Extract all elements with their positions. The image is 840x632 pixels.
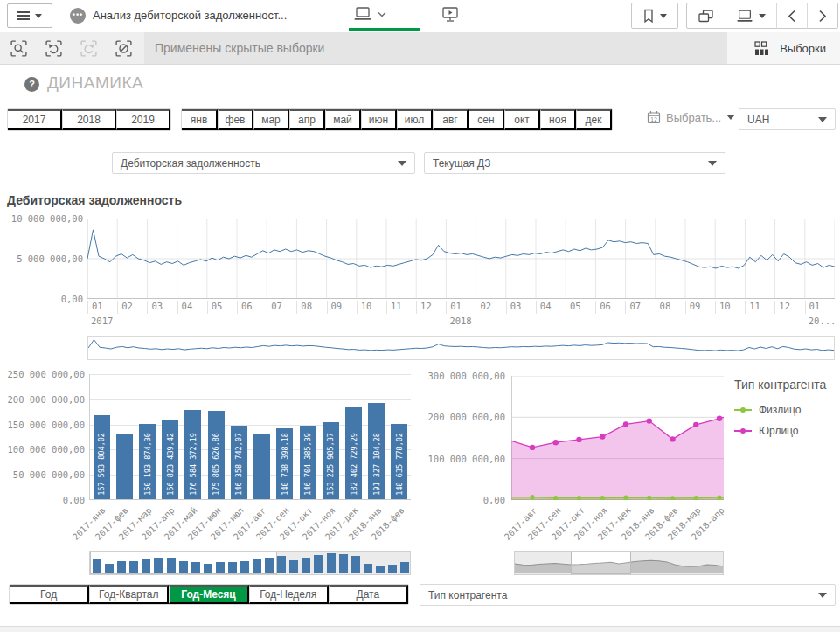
global-menu-button[interactable] [7,3,52,28]
line-month-tick: 05 [566,301,595,314]
line-year-label: 2017 [91,316,113,326]
line-month-tick: 08 [656,301,685,314]
legend-item-fizlico[interactable]: Физлицо [734,404,839,416]
calendar-icon: 12 [647,110,661,124]
bar-2017-май[interactable]: 176 584 372,19 [184,410,201,499]
bar-slot: 146 704 385,39 [296,374,319,499]
step-back-button[interactable] [45,39,63,58]
bar-slot: 153 225 985,37 [319,374,342,499]
bar-2017-фев[interactable] [116,434,133,499]
bar-chart-range-navigator[interactable] [89,551,411,575]
currency-select[interactable]: UAH [739,108,836,130]
duplicate-sheet-button[interactable] [687,3,725,29]
month-button-апр[interactable]: апр [289,109,325,130]
bar-slots: 167 593 804,02150 193 874,30156 823 439,… [90,374,411,499]
line-chart-plot[interactable] [87,219,835,299]
bar-2017-окт[interactable]: 146 704 385,39 [300,426,316,500]
date-picker-caret-icon [726,115,735,120]
period-tab-Год-Месяц[interactable]: Год-Месяц [169,585,248,604]
legend-title: Тип контрагента [734,378,839,392]
legend-marker-green-icon [734,406,752,413]
debt-type-select[interactable]: Текущая ДЗ [424,152,725,174]
period-tab-Год[interactable]: Год [10,585,89,604]
sheet-view-button[interactable] [353,6,386,22]
selections-tool-button[interactable]: Выборки [727,32,840,64]
line-month-tick: 12 [416,301,446,314]
month-button-фев[interactable]: фев [218,109,253,130]
bar-slot: 140 738 398,18 [274,374,296,499]
selections-button-label: Выборки [780,42,826,55]
bar-2017-апр[interactable]: 156 823 439,42 [162,420,178,499]
help-icon[interactable]: ? [24,77,39,92]
area-chart-range-navigator[interactable] [514,551,724,575]
bar-2017-сен[interactable]: 140 738 398,18 [276,428,293,499]
sheet-selector-button[interactable] [725,3,776,29]
bar-ytick: 50 000 000,00 [0,469,85,480]
bar-ytick: 200 000 000,00 [0,394,85,405]
debt-type-value: Текущая ДЗ [433,157,490,170]
month-button-июн[interactable]: июн [361,109,397,130]
bar-2017-янв[interactable]: 167 593 804,02 [94,415,110,500]
selection-tools [0,32,144,64]
bar-value-label: 156 823 439,42 [166,433,175,496]
bottom-scroll-strip[interactable] [0,626,840,632]
bar-slot: 150 193 874,30 [135,374,158,499]
smart-search-button[interactable] [10,39,28,58]
area-chart-plot[interactable] [511,376,724,500]
bar-nav-window[interactable] [90,552,277,574]
next-sheet-button[interactable] [807,3,837,29]
svg-text:12: 12 [650,116,657,123]
bar-2017-дек[interactable]: 182 402 729,29 [345,407,362,499]
dimension-select[interactable]: Тип контрагента [420,584,836,606]
selections-toolbar: Применены скрытые выборки Выборки [0,32,840,65]
bar-2018-янв[interactable]: 191 327 104,28 [368,403,385,499]
period-tab-Год-Квартал[interactable]: Год-Квартал [89,585,169,604]
month-button-янв[interactable]: янв [182,109,218,130]
bookmark-button[interactable] [632,3,677,29]
bar-2017-мар[interactable]: 150 193 874,30 [139,424,156,500]
year-button-2018[interactable]: 2018 [62,109,116,130]
line-chart-range-navigator[interactable] [87,336,835,360]
month-button-дек[interactable]: дек [576,109,612,130]
bar-value-label: 191 327 104,28 [372,433,381,496]
month-button-мар[interactable]: мар [253,109,289,130]
line-month-tick: 01 [446,301,476,314]
month-button-июл[interactable]: июл [397,109,433,130]
bar-chart-x-axis: 2017-янв2017-фев2017-мар2017-апр2017-май… [89,502,411,545]
month-button-авг[interactable]: авг [433,109,469,130]
currency-value: UAH [747,114,769,126]
date-picker-button[interactable]: 12 Выбрать... [647,110,735,124]
bar-value-label: 175 805 626,86 [212,433,220,496]
clear-icon [115,39,133,58]
line-month-tick: 06 [595,301,625,314]
bar-2017-ноя[interactable]: 153 225 985,37 [323,422,339,499]
line-ytick: 10 000 000,00 [3,213,83,224]
bar-nav-bar [400,562,409,573]
selections-bar[interactable]: Применены скрытые выборки [144,32,727,64]
present-mode-button[interactable] [441,6,459,23]
bar-2017-июн[interactable]: 175 805 626,86 [208,411,225,499]
bar-nav-bar [302,558,310,573]
bar-2017-авг[interactable] [253,434,270,499]
period-tab-Год-Неделя[interactable]: Год-Неделя [249,585,329,604]
clear-selections-button[interactable] [115,39,133,58]
bar-slot: 191 327 104,28 [365,374,388,499]
month-button-окт[interactable]: окт [504,109,540,130]
month-button-ноя[interactable]: ноя [540,109,576,130]
bar-2018-фев[interactable]: 148 635 778,02 [391,424,407,499]
month-button-май[interactable]: май [325,109,361,130]
period-tab-Дата[interactable]: Дата [329,585,408,604]
line-year-label: 20... [809,316,837,326]
area-nav-window[interactable] [571,552,631,574]
year-button-2019[interactable]: 2019 [116,109,170,130]
step-forward-button[interactable] [80,39,98,58]
bar-2017-июл[interactable]: 146 358 742,07 [231,426,247,499]
month-button-сен[interactable]: сен [469,109,504,130]
prev-sheet-button[interactable] [776,3,807,29]
year-button-2017[interactable]: 2017 [8,109,62,130]
bar-slot [113,374,135,499]
menu-caret-icon [35,14,42,18]
debt-type-caret-icon [708,161,717,166]
legend-item-yurlico[interactable]: Юрлицо [734,425,839,437]
measure-select[interactable]: Дебиторская задолженность [112,152,415,174]
